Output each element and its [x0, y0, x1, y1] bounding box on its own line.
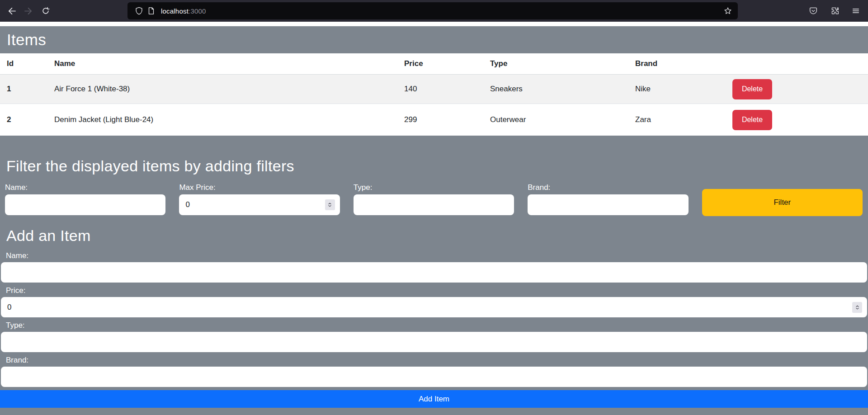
- add-name-label: Name:: [0, 251, 868, 260]
- column-header-brand: Brand: [635, 59, 732, 68]
- column-header-id: Id: [0, 59, 54, 68]
- add-type-label: Type:: [0, 321, 868, 330]
- extensions-icon[interactable]: [827, 3, 843, 19]
- back-icon[interactable]: [4, 3, 19, 19]
- item-price: 299: [404, 115, 490, 124]
- filter-brand-input[interactable]: [528, 194, 688, 215]
- items-heading: Items: [0, 26, 868, 53]
- page-icon[interactable]: [148, 7, 155, 15]
- page-top-margin: [0, 22, 868, 26]
- add-type-input[interactable]: [1, 332, 867, 352]
- filter-field-brand: Brand:: [528, 183, 688, 215]
- column-header-type: Type: [490, 59, 635, 68]
- item-price: 140: [404, 85, 490, 94]
- table-row: 2 Denim Jacket (Light Blue-24) 299 Outer…: [0, 104, 868, 136]
- url-host: localhost: [161, 7, 189, 15]
- table-header-row: Id Name Price Type Brand: [0, 53, 868, 75]
- browser-toolbar: localhost:3000: [0, 0, 868, 22]
- filter-field-name: Name:: [5, 183, 165, 215]
- filter-max-price-input[interactable]: [179, 194, 340, 215]
- item-type: Outerwear: [490, 115, 635, 124]
- menu-icon[interactable]: [848, 3, 863, 19]
- table-row: 1 Air Force 1 (White-38) 140 Sneakers Ni…: [0, 75, 868, 104]
- forward-icon[interactable]: [21, 3, 36, 19]
- item-brand: Zara: [635, 115, 732, 124]
- filter-name-label: Name:: [5, 183, 165, 192]
- pocket-icon[interactable]: [806, 3, 821, 19]
- item-id: 2: [0, 115, 54, 124]
- add-brand-input[interactable]: [1, 367, 867, 387]
- add-item-heading: Add an Item: [0, 215, 868, 246]
- filter-type-label: Type:: [354, 183, 514, 192]
- filter-field-max-price: Max Price:: [179, 183, 340, 215]
- items-table: Id Name Price Type Brand 1 Air Force 1 (…: [0, 53, 868, 136]
- column-header-price: Price: [404, 59, 490, 68]
- add-price-input[interactable]: [1, 297, 867, 317]
- filter-max-price-label: Max Price:: [179, 183, 340, 192]
- filter-heading: Filter the displayed items by adding fil…: [0, 136, 868, 176]
- number-spinner-icon[interactable]: [852, 302, 862, 313]
- bookmark-star-icon[interactable]: [724, 7, 732, 15]
- add-brand-label: Brand:: [0, 356, 868, 365]
- url-text: localhost:3000: [161, 7, 724, 15]
- url-port: :3000: [189, 7, 206, 15]
- filter-type-input[interactable]: [354, 194, 514, 215]
- shield-icon[interactable]: [135, 7, 143, 15]
- filter-name-input[interactable]: [5, 194, 165, 215]
- delete-button[interactable]: Delete: [732, 110, 772, 130]
- column-header-name: Name: [54, 59, 404, 68]
- number-spinner-icon[interactable]: [325, 199, 335, 210]
- add-item-form: Name: Price: Type: Brand: Add Item: [0, 246, 868, 408]
- item-type: Sneakers: [490, 85, 635, 94]
- add-name-input[interactable]: [1, 262, 867, 283]
- filter-button[interactable]: Filter: [702, 189, 863, 216]
- filter-brand-label: Brand:: [528, 183, 688, 192]
- item-id: 1: [0, 85, 54, 94]
- page-content: Items Id Name Price Type Brand 1 Air For…: [0, 22, 868, 415]
- forms-section: Filter the displayed items by adding fil…: [0, 136, 868, 415]
- delete-button[interactable]: Delete: [732, 79, 772, 99]
- item-name: Denim Jacket (Light Blue-24): [54, 115, 404, 124]
- item-brand: Nike: [635, 85, 732, 94]
- url-bar[interactable]: localhost:3000: [127, 2, 738, 19]
- reload-icon[interactable]: [38, 3, 53, 19]
- filter-field-type: Type:: [354, 183, 514, 215]
- add-item-button[interactable]: Add Item: [0, 390, 868, 408]
- item-name: Air Force 1 (White-38): [54, 85, 404, 94]
- add-price-label: Price:: [0, 286, 868, 295]
- filter-form: Name: Max Price: Type: Brand:: [0, 176, 868, 215]
